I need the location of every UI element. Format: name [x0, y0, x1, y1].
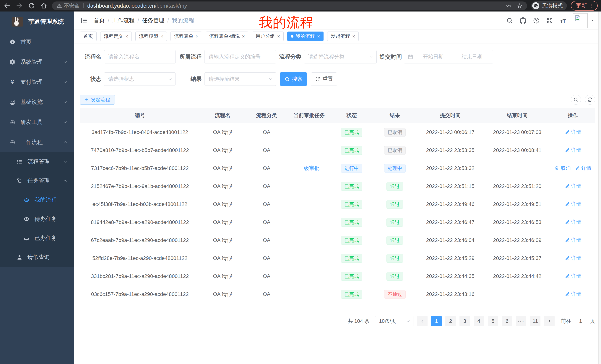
page-size-select[interactable]: 10条/页	[375, 316, 413, 326]
tab-7[interactable]: 发起流程×	[327, 31, 359, 41]
broken-image-icon	[574, 14, 581, 22]
pencil-icon	[565, 202, 570, 207]
sidebar-item-10[interactable]: 已办任务	[0, 229, 74, 248]
show-search-button[interactable]	[571, 95, 581, 105]
create-process-button[interactable]: 发起流程	[80, 95, 115, 105]
page-content: 流程名 所属流程 流程分类 请选择流程分类 提交时间 开始日期 - 结束日期	[74, 43, 601, 364]
close-icon[interactable]: ×	[277, 34, 280, 39]
detail-link[interactable]: 详情	[565, 291, 581, 297]
detail-link[interactable]: 详情	[565, 201, 581, 207]
bookmark-star-icon[interactable]	[517, 3, 523, 9]
tab-2[interactable]: 流程模型×	[135, 31, 167, 41]
close-icon[interactable]: ×	[317, 34, 320, 39]
close-icon[interactable]: ×	[242, 34, 245, 39]
sidebar-item-0[interactable]: 首页	[0, 32, 74, 52]
reset-button-label: 重置	[323, 76, 333, 83]
tab-3[interactable]: 流程表单×	[170, 31, 202, 41]
page-ellipsis[interactable]: ···	[516, 316, 526, 326]
page-button-6[interactable]: 6	[502, 316, 512, 326]
next-page-button[interactable]	[544, 316, 555, 326]
sidebar-item-1[interactable]: 系统管理	[0, 52, 74, 72]
close-icon[interactable]: ×	[125, 34, 128, 39]
cancel-link[interactable]: 取消	[554, 165, 571, 172]
task-link[interactable]: 一级审批	[299, 165, 320, 171]
breadcrumb-item-1[interactable]: 工作流程	[112, 17, 134, 24]
sidebar-item-label: 任务管理	[28, 177, 50, 185]
sidebar-item-2[interactable]: ¥支付管理	[0, 72, 74, 92]
sidebar-item-7[interactable]: 任务管理	[0, 171, 74, 190]
process-definition-input[interactable]	[204, 50, 276, 63]
status-badge: 已完成	[341, 272, 362, 281]
detail-link[interactable]: 详情	[565, 183, 581, 189]
search-button[interactable]: 搜索	[280, 72, 307, 86]
fullscreen-icon[interactable]	[546, 17, 553, 24]
status-select[interactable]: 请选择状态	[104, 72, 176, 86]
detail-link[interactable]: 详情	[565, 219, 581, 225]
submit-time-range-picker[interactable]: 开始日期 - 结束日期	[404, 50, 493, 63]
address-bar[interactable]: 不安全 dashboard.yudao.iocoder.cn /bpm/task…	[52, 1, 527, 10]
search-icon[interactable]	[506, 17, 513, 24]
github-icon[interactable]	[520, 17, 526, 24]
app-logo[interactable]: 芋道管理系统	[0, 11, 74, 32]
table-toolbar: 发起流程	[80, 95, 595, 105]
detail-link[interactable]: 详情	[565, 147, 581, 153]
page-button-11[interactable]: 11	[530, 316, 541, 326]
breadcrumb-item-2[interactable]: 任务管理	[142, 17, 164, 24]
sidebar-item-9[interactable]: 待办任务	[0, 210, 74, 229]
tab-label: 流程表单	[174, 33, 193, 39]
sidebar-item-6[interactable]: 流程管理	[0, 152, 74, 171]
reload-icon[interactable]	[28, 2, 35, 10]
security-label[interactable]: 不安全	[64, 2, 80, 9]
home-icon[interactable]	[40, 2, 48, 10]
cell-id: 67c2eaab-7b9a-11ec-a290-acde48001122	[80, 231, 200, 249]
sidebar-toggle-icon[interactable]	[80, 17, 88, 24]
goto-label: 前往	[561, 318, 571, 325]
tab-6[interactable]: 我的流程×	[287, 31, 323, 41]
page-button-1[interactable]: 1	[431, 316, 442, 326]
detail-link[interactable]: 详情	[565, 255, 581, 261]
page-button-5[interactable]: 5	[488, 316, 498, 326]
forward-icon[interactable]	[16, 2, 23, 10]
tab-5[interactable]: 用户分组×	[252, 31, 283, 41]
tab-1[interactable]: 流程定义×	[100, 31, 132, 41]
avatar[interactable]	[573, 13, 588, 28]
close-icon[interactable]: ×	[196, 34, 198, 39]
password-key-icon[interactable]	[506, 3, 511, 9]
sidebar-item-8[interactable]: 我的流程	[0, 190, 74, 210]
detail-link[interactable]: 详情	[575, 165, 591, 172]
page-button-3[interactable]: 3	[460, 316, 470, 326]
process-name-input[interactable]	[104, 50, 176, 63]
tab-0[interactable]: 首页	[80, 31, 97, 41]
browser-update-button[interactable]: 更新	[571, 1, 598, 10]
prev-page-button[interactable]	[417, 316, 428, 326]
reset-button[interactable]: 重置	[311, 72, 337, 86]
detail-link[interactable]: 详情	[565, 129, 581, 135]
close-icon[interactable]: ×	[352, 34, 355, 39]
sidebar-menu: 首页系统管理¥支付管理基础设施研发工具工作流程流程管理任务管理我的流程待办任务已…	[0, 32, 74, 267]
breadcrumb-separator: /	[137, 18, 139, 24]
page-button-2[interactable]: 2	[445, 316, 456, 326]
browser-menu-icon[interactable]	[589, 3, 595, 9]
page-button-4[interactable]: 4	[474, 316, 484, 326]
caret-down-icon[interactable]	[591, 19, 595, 23]
result-select[interactable]: 请选择流结果	[204, 72, 276, 86]
goto-page-input[interactable]	[574, 316, 587, 326]
tab-4[interactable]: 流程表单-编辑×	[206, 31, 249, 41]
detail-link[interactable]: 详情	[565, 273, 581, 279]
sidebar-item-3[interactable]: 基础设施	[0, 92, 74, 112]
refresh-table-button[interactable]	[585, 95, 595, 105]
detail-link[interactable]: 详情	[565, 237, 581, 243]
breadcrumb-item-0[interactable]: 首页	[94, 17, 105, 24]
font-size-icon[interactable]: TT	[560, 17, 566, 24]
category-placeholder: 请选择流程分类	[308, 53, 369, 60]
sidebar-item-5[interactable]: 工作流程	[0, 132, 74, 152]
back-icon[interactable]	[3, 2, 11, 10]
sidebar-item-4[interactable]: 研发工具	[0, 112, 74, 132]
category-select[interactable]: 请选择流程分类	[304, 50, 377, 63]
pencil-icon	[565, 148, 570, 153]
close-icon[interactable]: ×	[160, 34, 163, 39]
sidebar-item-11[interactable]: 请假查询	[0, 248, 74, 267]
cell-task	[288, 195, 330, 213]
scrollbar[interactable]	[598, 11, 601, 364]
help-icon[interactable]	[533, 17, 540, 24]
